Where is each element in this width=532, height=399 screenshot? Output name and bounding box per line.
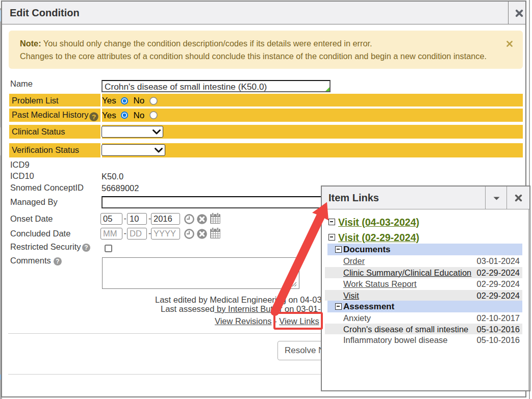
svg-text:?: ? [56, 258, 59, 265]
svg-text:?: ? [92, 113, 96, 120]
svg-text:?: ? [84, 244, 88, 251]
